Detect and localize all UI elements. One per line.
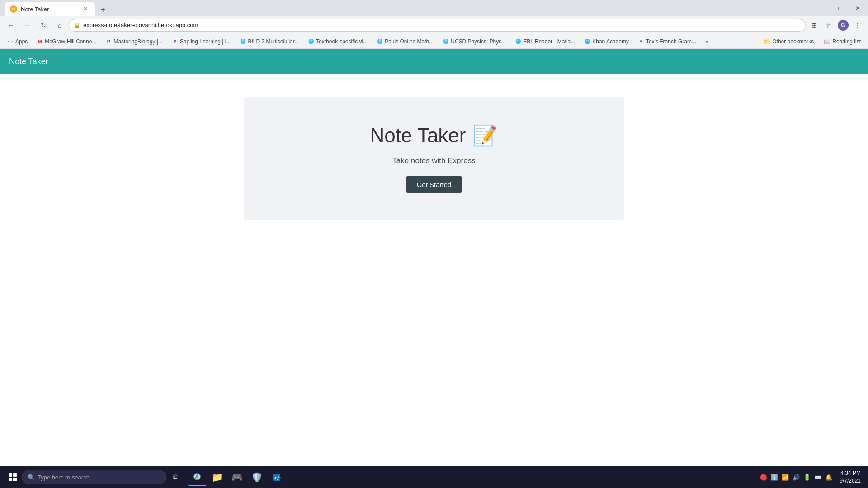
reading-list[interactable]: 📖 Reading list: [820, 37, 864, 46]
taskbar-chrome-icon[interactable]: [188, 468, 206, 486]
task-view-button[interactable]: ⧉: [166, 468, 184, 486]
bookmark-ucsd[interactable]: 🌐 UCSD Physics: Phys...: [439, 37, 509, 46]
window-controls: — □ ✕: [806, 0, 868, 16]
minimize-button[interactable]: —: [806, 0, 826, 16]
bookmarks-bar: ⋮⋮ Apps M McGraw-Hill Conne... P Masteri…: [0, 34, 868, 49]
app-header: Note Taker: [0, 49, 868, 74]
masteringbio-icon: P: [105, 38, 112, 45]
bookmark-masteringbio-label: MasteringBiology |...: [113, 38, 163, 45]
ucsd-icon: 🌐: [443, 38, 449, 45]
other-bookmarks-label: Other bookmarks: [772, 38, 814, 45]
system-tray: 🔴 ℹ️ 📶 🔊 🔋 ⌨️ 🔔 4:34 PM 9/7/2021: [759, 469, 864, 486]
taskbar-vscode-icon[interactable]: </>: [268, 468, 286, 486]
bookmark-ebl[interactable]: 🌐 EBL Reader - Matla...: [511, 37, 579, 46]
bookmark-mcgrawhill[interactable]: M McGraw-Hill Conne...: [33, 37, 100, 46]
bookmark-apps[interactable]: ⋮⋮ Apps: [4, 37, 31, 46]
tray-icon-keyboard[interactable]: ⌨️: [813, 473, 822, 482]
profile-avatar: G: [838, 20, 849, 31]
hero-title-text: Note Taker: [370, 124, 466, 147]
tab-close-button[interactable]: ✕: [81, 5, 90, 13]
bookmark-tex-label: Tex's French Gram...: [646, 38, 696, 45]
reload-button[interactable]: ↻: [36, 18, 51, 33]
profile-button[interactable]: G: [836, 19, 850, 32]
tray-clock: 4:34 PM: [840, 469, 861, 477]
bookmark-khan[interactable]: 🌐 Khan Academy: [580, 37, 632, 46]
bookmark-masteringbio[interactable]: P MasteringBiology |...: [102, 37, 166, 46]
start-button[interactable]: [4, 468, 22, 486]
lock-icon: 🔒: [74, 22, 80, 28]
tab-title: Note Taker: [21, 6, 49, 13]
tray-icon-1[interactable]: 🔴: [759, 473, 768, 482]
mcgrawhill-icon: M: [37, 38, 43, 45]
hero-title: Note Taker 📝: [370, 124, 498, 147]
note-taker-icon: 📝: [473, 124, 498, 147]
hero-subtitle: Take notes with Express: [392, 156, 475, 165]
hero-card: Note Taker 📝 Take notes with Express Get…: [244, 97, 624, 220]
bookmark-bild2-label: BILD 2 Multicellular...: [248, 38, 299, 45]
browser-wrapper: N Note Taker ✕ + — □ ✕ ← → ↻ ⌂ 🔒 express…: [0, 0, 868, 488]
close-button[interactable]: ✕: [847, 0, 868, 16]
url-text: express-note-taker-giovanni.herokuapp.co…: [83, 22, 198, 28]
textbook-icon: 🌐: [308, 38, 314, 45]
bookmark-apps-label: Apps: [15, 38, 28, 45]
taskbar-apps: 📁 🎮 🛡️ </>: [188, 468, 286, 486]
bookmark-bild2[interactable]: 🌐 BILD 2 Multicellular...: [236, 37, 302, 46]
bookmark-pauls-math-label: Pauls Online Math...: [385, 38, 434, 45]
other-bookmarks-icon: 📁: [764, 38, 770, 45]
taskbar-search-placeholder: Type here to search: [38, 474, 90, 481]
app-header-title: Note Taker: [9, 57, 48, 66]
tray-icon-2[interactable]: ℹ️: [770, 473, 779, 482]
nav-right-icons: ⊞ ☆ G ⋮: [807, 19, 864, 32]
back-button[interactable]: ←: [4, 18, 18, 33]
bookmark-sapling-label: Sapling Learning | l...: [180, 38, 231, 45]
tray-time[interactable]: 4:34 PM 9/7/2021: [836, 469, 864, 486]
active-tab[interactable]: N Note Taker ✕: [5, 2, 95, 16]
tray-icon-volume[interactable]: 🔊: [792, 473, 801, 482]
bookmark-tex[interactable]: ≡ Tex's French Gram...: [634, 37, 700, 46]
taskbar: 🔍 Type here to search ⧉ 📁 🎮 🛡️: [0, 466, 868, 488]
ebl-icon: 🌐: [515, 38, 521, 45]
extensions-button[interactable]: ⊞: [807, 19, 821, 32]
taskbar-search-icon: 🔍: [28, 474, 35, 481]
bookmark-pauls-math[interactable]: 🌐 Pauls Online Math...: [373, 37, 437, 46]
tray-icon-notifications[interactable]: 🔔: [824, 473, 833, 482]
sys-tray-icons: 🔴 ℹ️ 📶 🔊 🔋 ⌨️ 🔔: [759, 473, 833, 482]
bookmark-ucsd-label: UCSD Physics: Phys...: [451, 38, 506, 45]
more-options-button[interactable]: ⋮: [851, 19, 864, 32]
windows-icon: [9, 473, 17, 481]
maximize-button[interactable]: □: [826, 0, 847, 16]
taskbar-search[interactable]: 🔍 Type here to search: [22, 470, 166, 484]
tex-icon: ≡: [638, 38, 644, 45]
bookmark-sapling[interactable]: P Sapling Learning | l...: [168, 37, 235, 46]
forward-button[interactable]: →: [20, 18, 34, 33]
bookmark-star-button[interactable]: ☆: [822, 19, 835, 32]
nav-bar: ← → ↻ ⌂ 🔒 express-note-taker-giovanni.he…: [0, 16, 868, 34]
sapling-icon: P: [172, 38, 178, 45]
bookmarks-more-button[interactable]: »: [703, 37, 711, 46]
bookmark-mcgrawhill-label: McGraw-Hill Conne...: [45, 38, 96, 45]
title-bar: N Note Taker ✕ + — □ ✕: [0, 0, 868, 16]
reading-list-icon: 📖: [824, 38, 830, 45]
bild2-icon: 🌐: [240, 38, 246, 45]
get-started-button[interactable]: Get Started: [406, 176, 462, 193]
main-content: Note Taker 📝 Take notes with Express Get…: [0, 74, 868, 466]
home-button[interactable]: ⌂: [52, 18, 67, 33]
svg-text:</>: </>: [274, 475, 281, 481]
bookmark-textbook-label: Textbook-specific vi...: [316, 38, 368, 45]
khan-icon: 🌐: [584, 38, 590, 45]
address-bar[interactable]: 🔒 express-note-taker-giovanni.herokuapp.…: [69, 19, 806, 32]
bookmark-textbook[interactable]: 🌐 Textbook-specific vi...: [304, 37, 371, 46]
tab-favicon: N: [10, 5, 17, 13]
tray-icon-battery[interactable]: 🔋: [802, 473, 811, 482]
tab-strip: N Note Taker ✕ +: [0, 0, 109, 16]
bookmarks-right: 📁 Other bookmarks 📖 Reading list: [760, 37, 864, 46]
other-bookmarks[interactable]: 📁 Other bookmarks: [760, 37, 817, 46]
reading-list-label: Reading list: [832, 38, 861, 45]
bookmark-ebl-label: EBL Reader - Matla...: [523, 38, 575, 45]
tray-icon-network[interactable]: 📶: [781, 473, 790, 482]
new-tab-button[interactable]: +: [97, 4, 109, 16]
taskbar-xbox-icon[interactable]: 🎮: [228, 468, 246, 486]
taskbar-fileexplorer-icon[interactable]: 📁: [208, 468, 226, 486]
bookmark-khan-label: Khan Academy: [592, 38, 629, 45]
taskbar-antivirus-icon[interactable]: 🛡️: [248, 468, 266, 486]
